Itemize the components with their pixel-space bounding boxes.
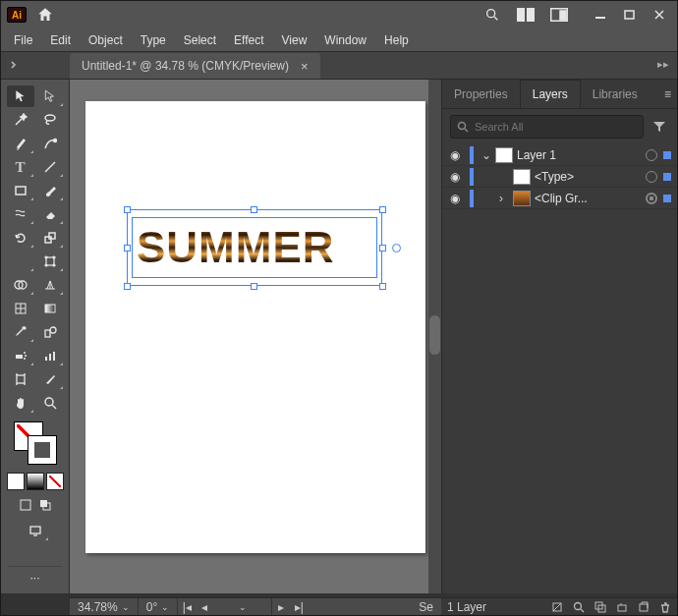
menu-file[interactable]: File	[5, 30, 41, 50]
visibility-icon[interactable]: ◉	[448, 148, 462, 162]
toolbar-collapse-icon[interactable]	[7, 58, 21, 72]
home-button[interactable]	[36, 6, 54, 24]
rotate-tool[interactable]	[7, 227, 34, 249]
target-icon[interactable]	[646, 149, 657, 161]
draw-behind-icon[interactable]	[36, 496, 54, 514]
handle-rotate[interactable]	[392, 244, 401, 252]
slice-tool[interactable]	[36, 368, 64, 390]
artboard-last-icon[interactable]: ▸|	[290, 599, 308, 615]
artboard-first-icon[interactable]: |◂	[178, 599, 196, 615]
handle-w[interactable]	[124, 245, 131, 252]
zoom-tool[interactable]	[36, 392, 64, 414]
menu-view[interactable]: View	[273, 30, 316, 50]
eraser-tool[interactable]	[36, 203, 64, 225]
search-icon[interactable]	[482, 5, 502, 25]
symbol-sprayer-tool[interactable]	[7, 345, 34, 366]
new-layer-icon[interactable]	[638, 601, 650, 613]
selection-tool[interactable]	[7, 85, 34, 107]
visibility-icon[interactable]: ◉	[448, 192, 462, 205]
layer-row[interactable]: ◉ › <Type>	[442, 166, 677, 188]
delete-layer-icon[interactable]	[659, 601, 671, 613]
menu-edit[interactable]: Edit	[41, 30, 80, 50]
stroke-swatch[interactable]	[28, 435, 57, 465]
free-transform-tool[interactable]	[36, 251, 64, 272]
menu-help[interactable]: Help	[375, 30, 418, 50]
disclosure-icon[interactable]: ›	[499, 192, 509, 205]
magic-wand-tool[interactable]	[7, 109, 34, 131]
curvature-tool[interactable]	[36, 133, 64, 154]
paintbrush-tool[interactable]	[36, 180, 64, 201]
document-tab-close[interactable]: ×	[301, 59, 309, 74]
panel-menu-icon[interactable]: ≡	[664, 87, 671, 101]
layer-row[interactable]: ◉ › <Clip Gr...	[442, 188, 677, 209]
target-icon[interactable]	[646, 171, 657, 183]
horizontal-scrollbar[interactable]	[308, 598, 411, 615]
direct-selection-tool[interactable]	[36, 85, 64, 107]
layer-name[interactable]: Layer 1	[517, 148, 642, 162]
draw-normal-icon[interactable]	[17, 496, 34, 514]
panel-collapse-icon[interactable]: ▸▸	[657, 58, 669, 71]
edit-toolbar-icon[interactable]: ···	[8, 566, 63, 588]
disclosure-icon[interactable]: ⌄	[481, 148, 491, 162]
filter-icon[interactable]	[650, 117, 669, 137]
tab-properties[interactable]: Properties	[442, 81, 520, 108]
make-clip-mask-icon[interactable]	[594, 601, 606, 613]
layer-row[interactable]: ◉ ⌄ Layer 1	[442, 144, 677, 166]
gradient-tool[interactable]	[36, 298, 64, 319]
mesh-tool[interactable]	[7, 298, 34, 319]
menu-window[interactable]: Window	[315, 30, 375, 50]
document-tab[interactable]: Untitled-1* @ 34.78 % (CMYK/Preview) ×	[70, 53, 320, 79]
shape-builder-tool[interactable]	[7, 274, 34, 296]
layers-search-input[interactable]	[475, 121, 637, 133]
menu-object[interactable]: Object	[80, 30, 132, 50]
color-mode-solid[interactable]	[7, 473, 25, 490]
shaper-tool[interactable]	[7, 203, 34, 225]
line-segment-tool[interactable]	[36, 156, 64, 178]
hand-tool[interactable]	[7, 392, 34, 414]
type-tool[interactable]: T	[7, 156, 34, 178]
maximize-button[interactable]	[620, 5, 640, 25]
lasso-tool[interactable]	[36, 109, 64, 131]
canvas-area[interactable]: SUMMER	[70, 80, 441, 593]
rectangle-tool[interactable]	[7, 180, 34, 201]
target-icon[interactable]	[646, 193, 657, 204]
color-mode-none[interactable]	[46, 473, 64, 490]
close-button[interactable]	[650, 5, 669, 25]
color-mode-gradient[interactable]	[27, 473, 44, 490]
pen-tool[interactable]	[7, 133, 34, 154]
artboard-tool[interactable]	[7, 368, 34, 390]
menu-select[interactable]: Select	[175, 30, 225, 50]
handle-sw[interactable]	[124, 283, 131, 290]
scale-tool[interactable]	[36, 227, 64, 249]
handle-n[interactable]	[251, 206, 257, 213]
handle-s[interactable]	[251, 283, 257, 290]
blend-tool[interactable]	[36, 321, 64, 343]
rotate-field[interactable]: 0°⌄	[139, 598, 178, 615]
layers-search[interactable]	[450, 115, 644, 139]
handle-e[interactable]	[379, 245, 386, 252]
artboard[interactable]: SUMMER	[85, 101, 425, 553]
new-sublayer-icon[interactable]	[616, 601, 628, 613]
workspace-switcher-icon[interactable]	[549, 5, 569, 25]
handle-ne[interactable]	[379, 206, 386, 213]
menu-effect[interactable]: Effect	[225, 30, 272, 50]
eyedropper-tool[interactable]	[7, 321, 34, 343]
arrange-documents-icon[interactable]	[516, 5, 536, 25]
handle-nw[interactable]	[124, 206, 131, 213]
perspective-grid-tool[interactable]	[36, 274, 64, 296]
zoom-field[interactable]: 34.78%⌄	[70, 598, 139, 615]
layer-nonprint-icon[interactable]	[551, 601, 563, 613]
artboard-prev-icon[interactable]: ◂	[196, 599, 213, 615]
visibility-icon[interactable]: ◉	[448, 170, 462, 184]
vertical-scroll-thumb[interactable]	[429, 315, 440, 355]
column-graph-tool[interactable]	[36, 345, 64, 366]
menu-type[interactable]: Type	[132, 30, 175, 50]
vertical-scrollbar[interactable]	[428, 80, 441, 593]
width-tool[interactable]	[7, 251, 34, 272]
layer-name[interactable]: <Clip Gr...	[535, 192, 642, 205]
artboard-nav-field[interactable]: ⌄	[213, 598, 272, 615]
tab-layers[interactable]: Layers	[520, 80, 581, 108]
tab-libraries[interactable]: Libraries	[581, 81, 650, 108]
locate-object-icon[interactable]	[573, 601, 585, 613]
handle-se[interactable]	[379, 283, 386, 290]
